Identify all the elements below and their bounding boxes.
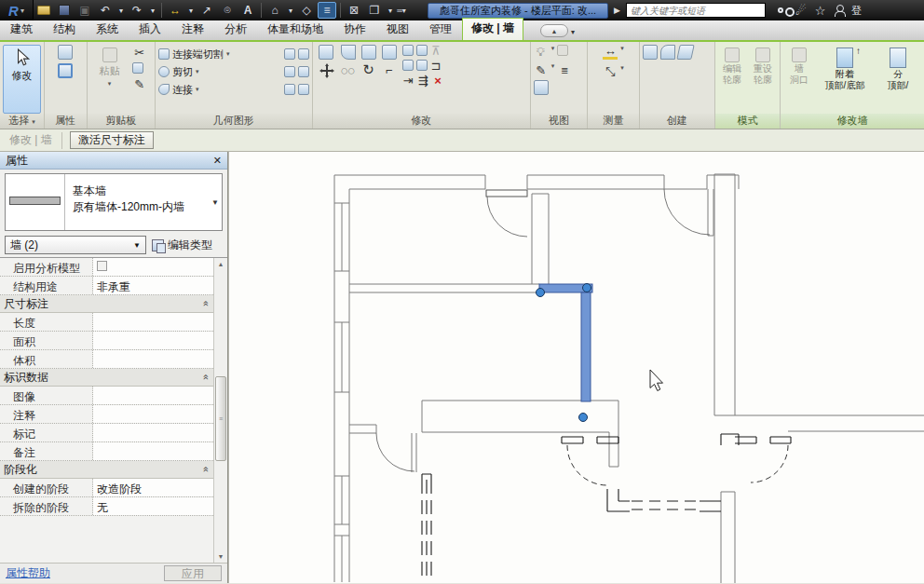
trim-single-icon[interactable]: ⇥: [402, 75, 414, 87]
scroll-down-icon[interactable]: ▼: [218, 550, 224, 563]
property-value[interactable]: [93, 387, 213, 404]
modify-tool-button[interactable]: 修改: [3, 45, 41, 114]
property-value[interactable]: [93, 258, 213, 276]
aligned-dimension-icon[interactable]: ↔: [166, 2, 184, 19]
split-gap-icon[interactable]: [416, 45, 428, 56]
help-search-input[interactable]: [626, 3, 766, 18]
property-value[interactable]: [93, 442, 213, 460]
align-icon[interactable]: [319, 45, 333, 60]
property-section[interactable]: 阶段化»: [0, 461, 213, 479]
cut-scissors-icon[interactable]: ✂: [132, 45, 147, 60]
tab-4[interactable]: 注释: [171, 20, 214, 40]
redo-icon[interactable]: ↷: [128, 2, 146, 19]
mirror-pick-axis-icon[interactable]: [361, 45, 376, 60]
create-similar-icon[interactable]: [660, 45, 675, 60]
signin-person-icon[interactable]: [830, 2, 849, 19]
trim-corner-icon[interactable]: ⌐: [382, 62, 397, 77]
move-icon[interactable]: [319, 62, 335, 79]
drawing-canvas[interactable]: [228, 152, 924, 583]
geometry-extra-icon-4[interactable]: [298, 66, 309, 77]
tab-0[interactable]: 建筑: [0, 20, 43, 40]
property-value[interactable]: [93, 405, 213, 423]
switch-windows-caret-icon[interactable]: ▾: [386, 2, 395, 19]
property-value[interactable]: [93, 332, 213, 349]
view3d-caret-icon[interactable]: ▾: [286, 2, 295, 19]
type-selector-caret-icon[interactable]: ▼: [209, 174, 222, 230]
properties-palette-icon[interactable]: [58, 45, 73, 60]
default-3d-view-icon[interactable]: ⌂: [265, 2, 284, 19]
panel-label-modify-wall[interactable]: 修改墙: [781, 114, 924, 129]
detach-top-base-button[interactable]: 分顶部/: [875, 45, 921, 114]
override-brush-icon[interactable]: ✎: [534, 62, 549, 77]
property-value[interactable]: [93, 313, 213, 331]
collapse-chevron-icon[interactable]: »: [199, 467, 211, 472]
lightbulb-icon[interactable]: 💡︎: [534, 45, 549, 60]
geometry-extra-icon-1[interactable]: [284, 48, 295, 60]
array-icon[interactable]: [402, 60, 414, 71]
tab-active-modify-wall[interactable]: 修改 | 墙: [462, 18, 523, 40]
create-assembly-icon[interactable]: [676, 45, 694, 60]
close-icon[interactable]: ✕: [213, 155, 222, 167]
activate-dimensions-button[interactable]: 激活尺寸标注: [70, 131, 154, 149]
tag-icon[interactable]: ⌾: [218, 2, 237, 19]
open-icon[interactable]: [34, 2, 53, 19]
property-value[interactable]: [93, 350, 213, 368]
copy-tool-icon[interactable]: ◌◌: [341, 62, 356, 77]
tab-6[interactable]: 体量和场地: [257, 20, 333, 40]
collapse-chevron-icon[interactable]: »: [199, 374, 211, 380]
match-type-brush-icon[interactable]: ✎: [132, 76, 147, 91]
panel-label-modify[interactable]: 修改: [313, 114, 530, 129]
panel-label-mode[interactable]: 模式: [715, 114, 780, 129]
linework-icon[interactable]: ≣: [557, 62, 572, 77]
attach-top-base-button[interactable]: 附着顶部/底部: [818, 45, 872, 114]
properties-scrollbar[interactable]: ▲ ≡ ▼: [213, 258, 227, 563]
tab-8[interactable]: 视图: [376, 20, 419, 40]
geometry-extra-icon-6[interactable]: [298, 84, 309, 95]
join-end-cut-button[interactable]: 连接端切割▾: [158, 46, 309, 62]
delete-icon[interactable]: ×: [432, 75, 444, 87]
panel-label-geometry[interactable]: 几何图形: [156, 114, 312, 129]
unpin-icon[interactable]: ⊐: [430, 60, 442, 72]
close-hidden-windows-icon[interactable]: ⊠: [345, 2, 363, 19]
trim-multi-icon[interactable]: ⇶: [417, 75, 429, 87]
edit-type-button[interactable]: 编辑类型: [152, 238, 212, 253]
panel-label-create[interactable]: 创建: [640, 114, 714, 129]
thin-lines-icon[interactable]: ≡: [318, 2, 336, 19]
geometry-extra-icon-5[interactable]: [284, 84, 295, 95]
offset-icon[interactable]: [341, 45, 356, 60]
join-geometry-button[interactable]: 连接▾: [158, 81, 309, 98]
ribbon-collapse-caret-icon[interactable]: ▾: [571, 28, 575, 36]
element-filter-combo[interactable]: 墙 (2)▼: [5, 236, 146, 254]
properties-toggle-icon[interactable]: [58, 63, 73, 78]
tab-9[interactable]: 管理: [419, 20, 462, 40]
measure-tool-icon[interactable]: ↔: [603, 45, 618, 60]
tab-5[interactable]: 分析: [214, 20, 257, 40]
undo-caret-icon[interactable]: ▾: [116, 2, 126, 19]
property-section[interactable]: 尺寸标注»: [0, 295, 213, 313]
measure-icon[interactable]: ↗: [197, 2, 216, 19]
title-expand-icon[interactable]: ▶: [614, 6, 620, 15]
panel-label-measure[interactable]: 测量: [588, 114, 639, 129]
search-icon[interactable]: [771, 2, 791, 19]
save-icon[interactable]: [55, 2, 74, 19]
text-icon[interactable]: A: [238, 2, 257, 19]
cut-geometry-button[interactable]: 剪切▾: [158, 63, 309, 80]
collapse-chevron-icon[interactable]: »: [199, 301, 211, 306]
copy-icon[interactable]: [132, 62, 143, 74]
panel-label-clipboard[interactable]: 剪贴板: [88, 114, 155, 129]
section-icon[interactable]: ◇: [297, 2, 316, 19]
geometry-extra-icon-3[interactable]: [284, 66, 295, 77]
ribbon-collapse-button[interactable]: ▲: [540, 24, 568, 37]
redo-caret-icon[interactable]: ▾: [148, 2, 157, 19]
tab-2[interactable]: 系统: [86, 20, 129, 40]
scale-icon[interactable]: [416, 60, 428, 71]
tab-7[interactable]: 协作: [333, 20, 376, 40]
property-value[interactable]: [93, 424, 213, 441]
wall-endpoint-handle-1[interactable]: [537, 289, 545, 297]
panel-label-select[interactable]: 选择 ▾: [0, 114, 44, 129]
favorites-star-icon[interactable]: ☆: [810, 2, 830, 19]
tab-1[interactable]: 结构: [43, 20, 86, 40]
create-group-icon[interactable]: [643, 45, 658, 60]
scroll-up-icon[interactable]: ▲: [218, 258, 224, 270]
property-value[interactable]: 非承重: [93, 277, 213, 294]
